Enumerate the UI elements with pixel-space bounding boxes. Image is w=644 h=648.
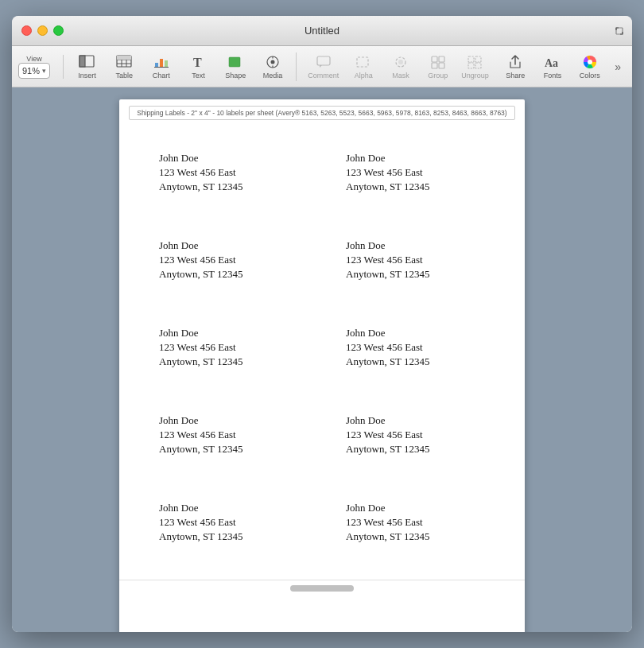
svg-point-15 [271, 60, 275, 64]
svg-rect-23 [432, 56, 437, 62]
label-city: Anytown, ST 12345 [159, 530, 298, 543]
separator-1 [296, 52, 297, 81]
share-button[interactable]: Share [499, 49, 533, 84]
comment-button[interactable]: Comment [303, 49, 343, 84]
svg-marker-19 [320, 65, 322, 68]
svg-rect-24 [439, 56, 444, 62]
colors-icon [581, 53, 599, 71]
svg-point-22 [398, 60, 403, 64]
label-address: 123 West 456 East [346, 166, 485, 179]
label-address: 123 West 456 East [346, 516, 485, 529]
ungroup-button[interactable]: Ungroup [458, 49, 492, 84]
colors-button[interactable]: Colors [572, 49, 607, 84]
fonts-button[interactable]: Aa Fonts [536, 49, 570, 84]
alpha-icon [355, 53, 372, 71]
label-address: 123 West 456 East [159, 254, 298, 266]
page-footer [119, 580, 525, 596]
label-name: John Doe [159, 327, 298, 340]
label-city: Anytown, ST 12345 [346, 268, 485, 281]
fonts-icon: Aa [544, 53, 561, 71]
label-name: John Doe [346, 414, 485, 427]
share-icon [506, 53, 524, 71]
label-cell[interactable]: John Doe123 West 456 EastAnytown, ST 123… [322, 484, 509, 572]
expand-icon[interactable] [615, 26, 624, 36]
svg-rect-28 [475, 56, 481, 62]
close-button[interactable] [21, 25, 32, 36]
table-button[interactable]: Table [107, 49, 142, 84]
svg-rect-1 [80, 56, 85, 67]
svg-rect-13 [229, 57, 240, 67]
view-label: View [26, 55, 41, 63]
shape-icon [227, 53, 244, 71]
label-address: 123 West 456 East [346, 341, 485, 354]
label-address: 123 West 456 East [159, 166, 298, 179]
label-address: 123 West 456 East [159, 341, 298, 354]
label-cell[interactable]: John Doe123 West 456 EastAnytown, ST 123… [135, 397, 322, 484]
svg-rect-30 [475, 63, 481, 68]
chart-icon [153, 53, 170, 71]
label-cell[interactable]: John Doe123 West 456 EastAnytown, ST 123… [322, 134, 509, 222]
mask-button[interactable]: Mask [384, 49, 418, 84]
label-name: John Doe [159, 414, 298, 427]
label-name: John Doe [346, 239, 485, 252]
label-city: Anytown, ST 12345 [159, 443, 298, 456]
svg-rect-20 [357, 57, 368, 67]
svg-point-33 [588, 60, 592, 64]
table-icon [115, 53, 133, 71]
label-name: John Doe [346, 502, 485, 514]
comment-icon [315, 53, 332, 71]
insert-button[interactable]: Insert [70, 49, 104, 84]
group-label: Group [428, 72, 448, 80]
label-address: 123 West 456 East [159, 516, 298, 529]
view-zoom-group: View 91% ▾ [18, 55, 64, 79]
group-button[interactable]: Group [421, 49, 455, 84]
label-cell[interactable]: John Doe123 West 456 EastAnytown, ST 123… [135, 484, 322, 572]
text-icon: T [190, 53, 208, 71]
share-label: Share [506, 72, 525, 80]
label-info-text: Shipping Labels - 2" x 4" - 10 labels pe… [137, 109, 506, 117]
label-cell[interactable]: John Doe123 West 456 EastAnytown, ST 123… [322, 222, 509, 309]
label-cell[interactable]: John Doe123 West 456 EastAnytown, ST 123… [135, 309, 322, 397]
comment-label: Comment [308, 72, 339, 80]
title-bar: Untitled [12, 16, 632, 46]
label-city: Anytown, ST 12345 [346, 180, 485, 193]
chart-button[interactable]: Chart [145, 49, 179, 84]
shape-button[interactable]: Shape [219, 49, 253, 84]
insert-icon [78, 53, 95, 71]
app-window: Untitled View 91% ▾ [12, 16, 632, 632]
label-city: Anytown, ST 12345 [159, 355, 298, 368]
alpha-label: Alpha [355, 72, 373, 80]
text-button[interactable]: T Text [181, 49, 215, 84]
media-button[interactable]: Media [256, 49, 290, 84]
label-city: Anytown, ST 12345 [346, 530, 485, 543]
label-cell[interactable]: John Doe123 West 456 EastAnytown, ST 123… [322, 397, 509, 484]
svg-rect-18 [317, 56, 330, 65]
zoom-control[interactable]: 91% ▾ [18, 63, 50, 79]
svg-rect-29 [468, 63, 474, 68]
svg-text:Aa: Aa [545, 57, 558, 69]
more-icon: » [609, 58, 627, 76]
media-icon [264, 53, 281, 71]
label-cell[interactable]: John Doe123 West 456 EastAnytown, ST 123… [322, 309, 509, 397]
more-button[interactable]: » [610, 49, 626, 84]
label-name: John Doe [159, 502, 298, 514]
scroll-indicator [290, 585, 354, 592]
label-cell[interactable]: John Doe123 West 456 EastAnytown, ST 123… [135, 134, 322, 222]
table-label: Table [115, 72, 133, 80]
window-title: Untitled [305, 25, 339, 37]
label-name: John Doe [159, 239, 298, 252]
insert-label: Insert [78, 72, 96, 80]
label-name: John Doe [346, 152, 485, 165]
ungroup-label: Ungroup [461, 72, 489, 80]
svg-rect-8 [155, 63, 158, 67]
label-cell[interactable]: John Doe123 West 456 EastAnytown, ST 123… [135, 222, 322, 309]
text-label: Text [192, 72, 205, 80]
minimize-button[interactable] [37, 25, 48, 36]
alpha-button[interactable]: Alpha [347, 49, 381, 84]
maximize-button[interactable] [53, 25, 64, 36]
ungroup-icon [466, 53, 483, 71]
content-area: Shipping Labels - 2" x 4" - 10 labels pe… [12, 87, 632, 632]
label-name: John Doe [159, 152, 298, 165]
svg-rect-25 [432, 63, 437, 68]
view-zoom-control: View 91% ▾ [18, 55, 50, 79]
